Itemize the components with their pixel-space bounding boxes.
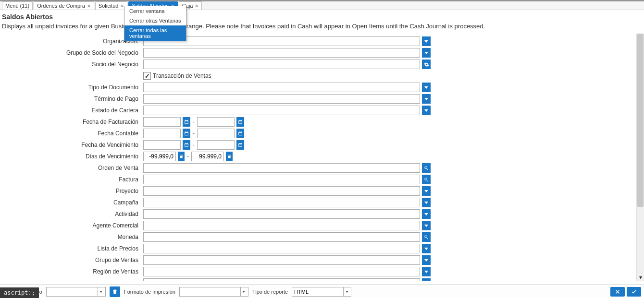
input-dias-vencimiento-to[interactable] <box>191 152 224 161</box>
lookup-icon[interactable] <box>422 232 431 242</box>
input-lista-precios[interactable] <box>143 244 420 253</box>
input-factura[interactable] <box>143 175 420 184</box>
label-factura: Factura <box>4 176 143 183</box>
dropdown-icon[interactable] <box>422 106 431 115</box>
input-actividad[interactable] <box>143 209 420 219</box>
label-proyecto: Proyecto <box>4 188 143 194</box>
label-tipo-documento: Tipo de Documento <box>4 84 143 91</box>
dropdown-icon[interactable] <box>422 186 431 196</box>
chevron-down-icon[interactable] <box>240 287 247 296</box>
label-tipo-reporte: Tipo de reporte <box>252 289 288 295</box>
status-js-link: ascript:; <box>0 287 39 298</box>
label-grupo-socio: Grupo de Socio del Negocio <box>4 49 143 56</box>
input-grupo-socio[interactable] <box>143 48 420 58</box>
bottom-toolbar: rámetro Formato de impresión Tipo de rep… <box>0 285 644 298</box>
label-orden-venta: Orden de Venta <box>4 165 143 171</box>
select-formato-impresion[interactable] <box>180 287 240 296</box>
dropdown-icon[interactable] <box>422 244 431 253</box>
input-estado-cartera[interactable] <box>143 106 420 115</box>
chevron-down-icon[interactable] <box>98 287 104 296</box>
dropdown-icon[interactable] <box>422 267 431 276</box>
dropdown-icon[interactable] <box>422 278 431 281</box>
input-proyecto[interactable] <box>143 186 420 196</box>
calendar-icon[interactable] <box>183 140 190 150</box>
dropdown-icon[interactable] <box>422 209 431 219</box>
calendar-icon[interactable] <box>236 140 244 150</box>
input-fecha-facturacion-from[interactable] <box>143 117 181 127</box>
dropdown-icon[interactable] <box>422 48 431 58</box>
tab-row: Menú (11) Ordenes de Compra✕ Solicitud✕ … <box>0 1 644 10</box>
input-fecha-facturacion-to[interactable] <box>197 117 235 127</box>
input-agente-comercial[interactable] <box>143 221 420 230</box>
label-campana: Campaña <box>4 199 143 206</box>
dropdown-icon[interactable] <box>422 83 431 92</box>
tab-solicitud[interactable]: Solicitud✕ <box>95 1 128 10</box>
input-moneda[interactable] <box>143 232 420 242</box>
svg-rect-3 <box>228 155 230 155</box>
label-socio: Socio del Negocio <box>4 61 143 68</box>
tab-context-menu: Cerrar ventana Cerrar otras Ventanas Cer… <box>124 6 186 41</box>
dropdown-icon[interactable] <box>422 221 431 230</box>
delete-button[interactable] <box>110 286 120 297</box>
label-dias-vencimiento: Días de Vencimiento <box>4 153 143 160</box>
menu-close-window[interactable]: Cerrar ventana <box>124 6 186 16</box>
input-termino-pago[interactable] <box>143 94 420 104</box>
lookup-icon[interactable] <box>422 175 431 184</box>
input-tipo-documento[interactable] <box>143 83 420 92</box>
scroll-down-icon[interactable]: ▾ <box>637 274 644 281</box>
checkbox-label: Transacción de Ventas <box>153 72 211 79</box>
close-icon[interactable]: ✕ <box>87 3 91 9</box>
range-separator: - <box>192 119 195 125</box>
calendar-icon[interactable] <box>236 117 244 127</box>
label-organizacion: Organización. <box>4 38 143 45</box>
cancel-button[interactable] <box>610 287 625 297</box>
select-tipo-reporte[interactable] <box>292 287 343 296</box>
calendar-icon[interactable] <box>236 129 244 138</box>
tab-ordenes[interactable]: Ordenes de Compra✕ <box>34 1 94 10</box>
tab-menu[interactable]: Menú (11) <box>2 1 33 10</box>
input-fecha-vencimiento-from[interactable] <box>143 140 181 150</box>
input-socio[interactable] <box>143 60 420 69</box>
input-dias-vencimiento-from[interactable] <box>143 152 176 161</box>
input-fecha-vencimiento-to[interactable] <box>197 140 235 150</box>
chevron-down-icon[interactable] <box>343 287 350 296</box>
input-grupo-ventas[interactable] <box>143 255 420 265</box>
label-fecha-vencimiento: Fecha de Vencimiento <box>4 142 143 148</box>
menu-close-all[interactable]: Cerrar todas las ventanas <box>124 25 186 41</box>
calendar-icon[interactable] <box>183 117 190 127</box>
label-lista-precios: Lista de Precios <box>4 245 143 252</box>
label-grupo-ventas: Grupo de Ventas <box>4 257 143 263</box>
scrollbar[interactable]: ▴ ▾ <box>636 34 644 281</box>
checkbox-transaccion-ventas[interactable] <box>143 72 151 80</box>
dropdown-icon[interactable] <box>422 94 431 104</box>
dropdown-icon[interactable] <box>422 255 431 265</box>
input-tipo-cuenta[interactable] <box>143 278 420 281</box>
input-fecha-contable-from[interactable] <box>143 129 181 138</box>
label-actividad: Actividad <box>4 211 143 217</box>
input-region-ventas[interactable] <box>143 267 420 276</box>
scroll-thumb[interactable] <box>637 34 644 207</box>
label-formato-impresion: Formato de impresión <box>124 289 175 295</box>
select-parametro[interactable] <box>47 287 98 296</box>
ok-button[interactable] <box>627 287 641 297</box>
calculator-icon[interactable] <box>178 152 185 161</box>
input-orden-venta[interactable] <box>143 163 420 173</box>
label-fecha-contable: Fecha Contable <box>4 130 143 137</box>
label-agente-comercial: Agente Comercial <box>4 222 143 229</box>
label-termino-pago: Término de Pago <box>4 95 143 102</box>
calculator-icon[interactable] <box>226 152 233 161</box>
dropdown-icon[interactable] <box>422 198 431 207</box>
calendar-icon[interactable] <box>183 129 190 138</box>
close-icon[interactable]: ✕ <box>195 3 198 9</box>
range-separator: - <box>192 142 195 148</box>
lookup-icon[interactable] <box>422 163 431 173</box>
menu-close-other[interactable]: Cerrar otras Ventanas <box>124 16 186 25</box>
label-fecha-facturacion: Fecha de Facturación <box>4 119 143 125</box>
label-tipo-cuenta: Tipo de Cuenta <box>4 280 143 281</box>
input-campana[interactable] <box>143 198 420 207</box>
label-region-ventas: Región de Ventas <box>4 268 143 275</box>
dropdown-icon[interactable] <box>422 36 431 46</box>
svg-rect-1 <box>180 155 182 155</box>
input-fecha-contable-to[interactable] <box>197 129 235 138</box>
gear-icon[interactable] <box>422 60 431 69</box>
